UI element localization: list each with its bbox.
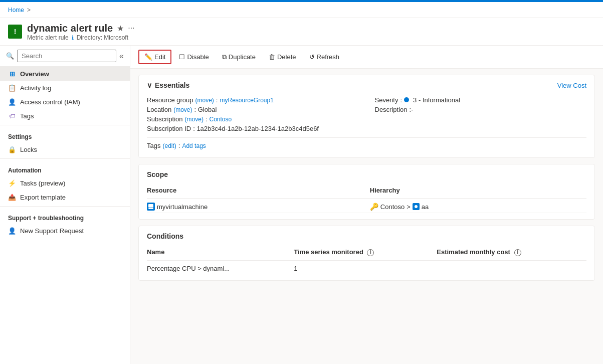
- sidebar-item-activity-log[interactable]: 📋 Activity log: [0, 81, 130, 95]
- activity-log-icon: 📋: [8, 84, 16, 92]
- location-row: Location (move) : Global: [147, 105, 359, 114]
- scope-resource-header: Resource: [147, 185, 370, 199]
- more-options-button[interactable]: ···: [128, 24, 134, 33]
- essentials-title: ∨ Essentials: [147, 81, 189, 89]
- delete-button[interactable]: 🗑 Delete: [263, 50, 302, 64]
- toolbar: ✏️ Edit ☐ Disable ⧉ Duplicate 🗑 Delete ↺…: [130, 46, 603, 69]
- sidebar-item-tasks[interactable]: ⚡ Tasks (preview): [0, 176, 130, 190]
- conditions-title: Conditions: [147, 232, 586, 240]
- search-input[interactable]: [17, 50, 116, 62]
- scope-hierarchy-header: Hierarchy: [370, 185, 586, 199]
- sidebar-item-label: Export template: [20, 194, 66, 201]
- hierarchy-aa-icon: [413, 203, 420, 210]
- severity-dot: [404, 97, 409, 102]
- sidebar-item-label: New Support Request: [20, 227, 84, 235]
- breadcrumb-home[interactable]: Home: [8, 7, 24, 14]
- resource-group-value-link[interactable]: myResourceGroup1: [220, 97, 273, 104]
- essentials-grid: Resource group (move) : myResourceGroup1…: [147, 95, 586, 133]
- nav-divider-3: [0, 206, 130, 207]
- severity-row: Severity : 3 - Informational: [375, 95, 587, 105]
- scope-hierarchy-cell: 🔑 Contoso > aa: [370, 199, 586, 213]
- tasks-icon: ⚡: [8, 179, 16, 187]
- sidebar-item-label: Tags: [20, 112, 34, 120]
- scope-title: Scope: [147, 170, 586, 178]
- edit-icon: ✏️: [144, 53, 152, 61]
- sidebar-item-access-control[interactable]: 👤 Access control (IAM): [0, 95, 130, 109]
- conditions-cost-header: Estimated monthly cost i: [437, 246, 586, 260]
- support-section-title: Support + troubleshooting: [0, 209, 130, 224]
- tags-edit-link[interactable]: (edit): [162, 142, 176, 149]
- page-title-group: dynamic alert rule ★ ··· Metric alert ru…: [27, 22, 135, 41]
- essentials-header: ∨ Essentials View Cost: [147, 81, 586, 89]
- main-layout: 🔍 « ⊞ Overview 📋 Activity log 👤 Access c…: [0, 46, 603, 364]
- duplicate-icon: ⧉: [222, 53, 227, 61]
- sidebar-item-label: Overview: [20, 70, 49, 78]
- nav-divider-2: [0, 158, 130, 159]
- search-box-container: 🔍 «: [0, 46, 130, 67]
- description-row: Description :-: [375, 105, 587, 114]
- support-icon: 👤: [8, 227, 16, 235]
- info-icon: ℹ: [72, 35, 74, 41]
- breadcrumb: Home >: [0, 2, 603, 18]
- sidebar-item-new-support[interactable]: 👤 New Support Request: [0, 224, 130, 238]
- page-icon: !: [8, 25, 22, 39]
- collapse-sidebar-button[interactable]: «: [119, 52, 124, 61]
- delete-icon: 🗑: [269, 53, 275, 61]
- page-title: dynamic alert rule: [27, 22, 113, 34]
- subscription-id-row: Subscription ID : 1a2b3c4d-1a2b-12ab-123…: [147, 124, 359, 133]
- duplicate-button[interactable]: ⧉ Duplicate: [217, 50, 261, 64]
- sidebar-item-label: Locks: [20, 146, 37, 153]
- page-subtitle: Metric alert rule ℹ Directory: Microsoft: [27, 34, 135, 41]
- sidebar-item-tags[interactable]: 🏷 Tags: [0, 109, 130, 123]
- export-icon: 📤: [8, 193, 16, 201]
- cost-info-icon[interactable]: i: [514, 249, 521, 256]
- svg-point-2: [415, 205, 418, 208]
- disable-button[interactable]: ☐ Disable: [173, 50, 214, 64]
- contoso-key-icon: 🔑: [370, 203, 378, 211]
- conditions-timeseries-header: Time series monitored i: [294, 246, 437, 260]
- timeseries-info-icon[interactable]: i: [367, 249, 374, 256]
- conditions-table: Name Time series monitored i Estimated m…: [147, 246, 586, 274]
- nav-divider-1: [0, 125, 130, 125]
- conditions-name-header: Name: [147, 246, 294, 260]
- resource-group-row: Resource group (move) : myResourceGroup1: [147, 95, 359, 105]
- table-row: myvirtualmachine 🔑 Contoso >: [147, 199, 586, 213]
- condition-cost-cell: [437, 260, 586, 274]
- sidebar-item-overview[interactable]: ⊞ Overview: [0, 67, 130, 81]
- view-cost-link[interactable]: View Cost: [557, 82, 586, 89]
- table-row: Percentage CPU > dynami... 1: [147, 260, 586, 274]
- scope-section: Scope Resource Hierarchy: [138, 164, 595, 220]
- automation-section-title: Automation: [0, 161, 130, 176]
- overview-icon: ⊞: [8, 70, 16, 78]
- sidebar-item-locks[interactable]: 🔒 Locks: [0, 142, 130, 156]
- favorite-button[interactable]: ★: [117, 24, 124, 33]
- vm-icon: [147, 203, 155, 211]
- condition-timeseries-cell: 1: [294, 260, 437, 274]
- condition-name-cell: Percentage CPU > dynami...: [147, 260, 294, 274]
- scope-table: Resource Hierarchy myvirtualmachine: [147, 185, 586, 213]
- svg-rect-1: [148, 208, 153, 209]
- sidebar-item-export-template[interactable]: 📤 Export template: [0, 190, 130, 204]
- svg-rect-0: [148, 204, 153, 208]
- tags-icon: 🏷: [8, 112, 16, 120]
- subscription-value-link[interactable]: Contoso: [210, 116, 232, 123]
- collapse-arrow-icon: ∨: [147, 81, 152, 89]
- location-move-link[interactable]: (move): [173, 106, 192, 113]
- refresh-button[interactable]: ↺ Refresh: [304, 50, 345, 64]
- refresh-icon: ↺: [309, 53, 315, 61]
- search-icon: 🔍: [6, 52, 14, 60]
- scope-resource-cell: myvirtualmachine: [147, 199, 370, 213]
- tags-row: Tags (edit) : Add tags: [147, 137, 586, 151]
- edit-button[interactable]: ✏️ Edit: [138, 50, 171, 64]
- subscription-row: Subscription (move) : Contoso: [147, 114, 359, 124]
- resource-group-move-link[interactable]: (move): [195, 97, 214, 104]
- sidebar-item-label: Tasks (preview): [20, 179, 65, 187]
- settings-section-title: Settings: [0, 127, 130, 142]
- add-tags-link[interactable]: Add tags: [182, 142, 206, 149]
- conditions-section: Conditions Name Time series monitored i …: [138, 226, 595, 281]
- content-area: ✏️ Edit ☐ Disable ⧉ Duplicate 🗑 Delete ↺…: [130, 46, 603, 364]
- sidebar-item-label: Activity log: [20, 84, 51, 92]
- subscription-move-link[interactable]: (move): [185, 116, 204, 123]
- breadcrumb-separator: >: [27, 7, 31, 14]
- sidebar-item-label: Access control (IAM): [20, 98, 80, 106]
